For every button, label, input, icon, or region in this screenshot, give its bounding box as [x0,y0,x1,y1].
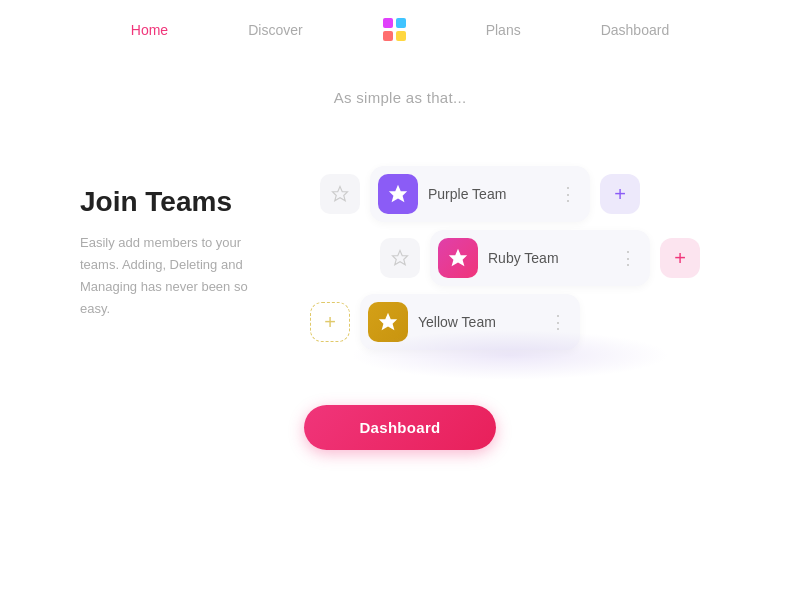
nav-plans[interactable]: Plans [486,22,521,38]
ruby-team-menu[interactable]: ⋮ [619,249,638,267]
purple-team-name: Purple Team [428,186,549,202]
logo-dot-3 [383,31,393,41]
left-section: Join Teams Easily add members to your te… [80,166,280,320]
svg-marker-3 [449,249,467,266]
section-body: Easily add members to your teams. Adding… [80,232,280,320]
yellow-team-menu[interactable]: ⋮ [549,313,568,331]
navbar: Home Discover Plans Dashboard [0,0,800,59]
svg-marker-2 [393,251,408,265]
svg-marker-1 [389,185,407,202]
ruby-team-join[interactable]: + [660,238,700,278]
purple-team-menu[interactable]: ⋮ [559,185,578,203]
nav-dashboard[interactable]: Dashboard [601,22,670,38]
yellow-team-card: Yellow Team ⋮ [360,294,580,350]
logo-dot-4 [396,31,406,41]
purple-team-card: Purple Team ⋮ [370,166,590,222]
purple-team-icon [378,174,418,214]
dashboard-section: Dashboard [0,405,800,450]
purple-team-join[interactable]: + [600,174,640,214]
yellow-team-name: Yellow Team [418,314,539,330]
dashboard-button[interactable]: Dashboard [304,405,495,450]
logo-dot-1 [383,18,393,28]
yellow-team-icon [368,302,408,342]
yellow-team-add-left[interactable]: + [310,302,350,342]
team-row-ruby: Ruby Team ⋮ + [380,230,740,286]
svg-marker-0 [333,187,348,201]
ruby-team-card: Ruby Team ⋮ [430,230,650,286]
section-heading: Join Teams [80,186,280,218]
main-content: Join Teams Easily add members to your te… [0,116,800,350]
nav-discover[interactable]: Discover [248,22,302,38]
logo-dot-2 [396,18,406,28]
teams-area: Purple Team ⋮ + Ruby Team ⋮ + + [320,166,740,350]
ruby-team-name: Ruby Team [488,250,609,266]
ghost-star-ruby[interactable] [380,238,420,278]
nav-home[interactable]: Home [131,22,168,38]
tagline: As simple as that... [0,89,800,106]
team-row-yellow: + Yellow Team ⋮ [310,294,740,350]
svg-marker-4 [379,313,397,330]
ruby-team-icon [438,238,478,278]
team-row-purple: Purple Team ⋮ + [320,166,740,222]
ghost-star-purple[interactable] [320,174,360,214]
logo [383,18,406,41]
